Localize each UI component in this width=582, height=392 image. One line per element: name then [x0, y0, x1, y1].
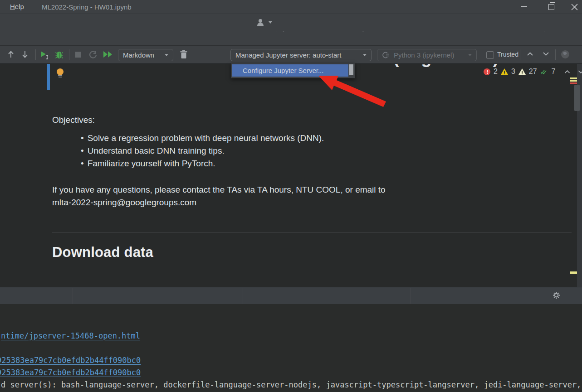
notebook-toolbar: Markdown Managed Jupyter server: auto-st…	[0, 46, 582, 64]
scrollbar-warning-mark[interactable]	[570, 80, 577, 82]
error-count: 2	[494, 68, 498, 76]
minimize-icon	[521, 6, 527, 7]
editor-scrollbar-thumb[interactable]	[574, 85, 580, 111]
cell-type-dropdown[interactable]: Markdown	[118, 49, 173, 61]
cell-type-value: Markdown	[123, 51, 154, 59]
arrow-up-icon	[7, 50, 15, 58]
next-problem-button[interactable]	[578, 70, 582, 74]
previous-cell-button[interactable]	[527, 52, 533, 56]
passed-checks-icon: ✓✓	[540, 68, 548, 75]
bug-icon	[55, 51, 64, 59]
close-button[interactable]	[567, 0, 582, 14]
debug-cell-button[interactable]	[55, 51, 64, 59]
move-cell-down-button[interactable]	[21, 50, 29, 58]
scrollbar-warning-mark[interactable]	[570, 271, 577, 274]
user-dropdown-caret-icon[interactable]	[269, 21, 272, 24]
contact-line-2: mlta-2022-spring@googlegroups.com	[52, 198, 196, 208]
cell-boundary-divider	[0, 273, 577, 273]
bullet-marker: •	[81, 133, 84, 143]
arrow-down-icon	[21, 50, 29, 58]
panel-separator	[243, 288, 243, 304]
warning-count: 3	[511, 68, 515, 76]
download-data-heading: Download data	[52, 244, 153, 261]
user-icon	[256, 18, 266, 27]
delete-cell-button[interactable]	[180, 50, 187, 59]
annotation-arrow	[313, 70, 392, 111]
chevron-down-icon	[468, 54, 472, 56]
kernel-value: Python 3 (ipykernel)	[394, 51, 454, 59]
objective-bullet-1: • Solve a regression problem with deep n…	[81, 133, 324, 143]
scrollbar-error-mark[interactable]	[570, 82, 577, 84]
run-all-icon	[103, 50, 113, 58]
open-in-browser-button-disabled[interactable]	[561, 50, 570, 59]
passed-count: 7	[552, 68, 556, 76]
scrollbar-warning-mark[interactable]	[570, 77, 577, 79]
objective-bullet-2: • Understand basic DNN training tips.	[81, 146, 225, 156]
trusted-checkbox[interactable]	[486, 51, 494, 59]
console-link-jpserver[interactable]: ntime/jpserver-15468-open.html	[1, 331, 140, 340]
editor-tab-bar: HW01.ipynb	[0, 32, 582, 46]
red-arrow-icon	[318, 76, 386, 107]
restart-kernel-button-disabled[interactable]	[89, 51, 97, 59]
console-link-token-1[interactable]: 925383ea79c7cb0efdb2b44ff090bc0	[0, 356, 141, 365]
help-menu-label-rest: elp	[15, 3, 24, 10]
chevron-down-icon	[363, 54, 367, 56]
chevron-down-icon	[543, 52, 549, 56]
chevron-up-icon	[527, 52, 533, 56]
bullet-text: Solve a regression problem with deep neu…	[88, 133, 324, 143]
run-cell-icon	[40, 50, 50, 59]
error-icon	[484, 68, 490, 75]
main-toolbar: Add Configuration... Git:	[0, 14, 582, 32]
contact-line-1: If you have any questions, please contac…	[52, 185, 386, 195]
run-cell-button[interactable]	[40, 50, 50, 59]
bullet-marker: •	[81, 159, 84, 169]
gear-icon	[553, 291, 560, 299]
inspections-widget[interactable]: 2 3 27 ✓✓ 7	[484, 67, 582, 76]
ide-window: Help ML2022-Spring - HW01.ipynb Add Conf…	[0, 0, 582, 392]
window-title: ML2022-Spring - HW01.ipynb	[42, 3, 132, 11]
bullet-text: Familiarize yourself with PyTorch.	[88, 159, 215, 169]
console-text-line: d server(s): bash-language-server, docke…	[1, 380, 581, 389]
intention-lightbulb-icon[interactable]	[56, 68, 64, 78]
jupyter-server-dropdown[interactable]: Managed Jupyter server: auto-start	[230, 49, 372, 61]
kernel-dropdown-disabled[interactable]: Python 3 (ipykernel)	[377, 49, 477, 61]
weak-warning-icon	[518, 68, 526, 75]
panel-separator	[73, 288, 73, 304]
warning-icon	[501, 68, 508, 75]
restart-icon	[89, 51, 97, 59]
move-cell-up-button[interactable]	[7, 50, 15, 58]
bullet-marker: •	[81, 146, 84, 156]
console-link-token-2[interactable]: 925383ea79c7cb0efdb2b44ff090bc0	[0, 368, 141, 377]
user-account-button[interactable]	[255, 18, 267, 28]
toolbar-separator	[35, 49, 36, 60]
next-cell-button[interactable]	[543, 52, 549, 56]
run-panel-header[interactable]	[0, 287, 582, 305]
trash-icon	[180, 50, 187, 59]
jupyter-server-value: Managed Jupyter server: auto-start	[235, 51, 341, 59]
chevron-down-icon	[165, 54, 168, 56]
selected-cell-indicator	[47, 64, 50, 90]
run-all-cells-button[interactable]	[103, 50, 113, 58]
toolbar-separator	[555, 49, 556, 60]
browser-globe-icon	[561, 50, 570, 59]
console-output: ntime/jpserver-15468-open.html 925383ea7…	[0, 304, 582, 392]
minimize-button[interactable]	[514, 0, 534, 14]
title-bar: Help ML2022-Spring - HW01.ipynb	[0, 0, 582, 14]
notebook-editor: Homework 1: COVID-19 Cases Prediction (R…	[0, 64, 582, 287]
close-icon	[571, 4, 578, 10]
kernel-plug-icon	[382, 52, 390, 58]
bullet-text: Understand basic DNN training tips.	[88, 146, 225, 156]
panel-settings-button[interactable]	[553, 291, 560, 299]
panel-separator	[411, 288, 411, 304]
stop-kernel-button-disabled[interactable]	[75, 52, 81, 58]
objectives-label: Objectives:	[52, 115, 95, 125]
restore-icon	[548, 4, 554, 10]
help-menu-label-initial: H	[10, 3, 15, 10]
markdown-divider	[52, 232, 572, 233]
objective-bullet-3: • Familiarize yourself with PyTorch.	[81, 159, 215, 169]
previous-problem-button[interactable]	[564, 70, 570, 74]
restore-button[interactable]	[541, 0, 562, 14]
help-menu[interactable]: Help	[8, 3, 26, 10]
toolbar-separator	[69, 49, 69, 60]
toolbar-separator	[520, 49, 520, 60]
